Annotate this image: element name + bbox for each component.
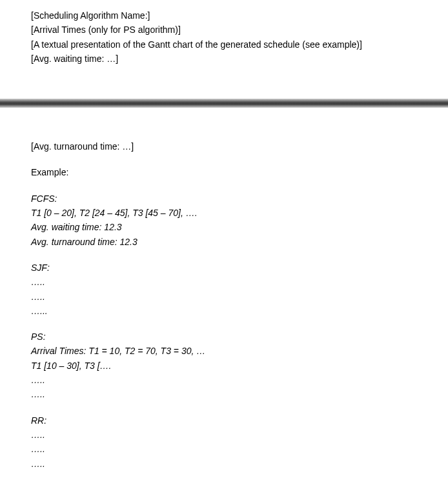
page-top-section: [Scheduling Algorithm Name:] [Arrival Ti… (0, 0, 448, 99)
fcfs-avg-turnaround: Avg. turnaround time: 12.3 (31, 235, 417, 248)
example-label: Example: (31, 166, 417, 179)
rr-title: RR: (31, 414, 417, 427)
ps-placeholder: ….. (31, 373, 417, 386)
rr-placeholder: ….. (31, 428, 417, 441)
sjf-title: SJF: (31, 261, 417, 274)
ps-title: PS: (31, 330, 417, 343)
rr-placeholder: ….. (31, 457, 417, 470)
ps-placeholder: ….. (31, 388, 417, 401)
template-line-gantt-chart: [A textual presentation of the Gantt cha… (31, 38, 417, 51)
fcfs-title: FCFS: (31, 192, 417, 205)
template-line-algorithm-name: [Scheduling Algorithm Name:] (31, 9, 417, 22)
template-line-arrival-times: [Arrival Times (only for PS algorithm)] (31, 23, 417, 36)
template-line-avg-waiting: [Avg. waiting time: …] (31, 52, 417, 65)
ps-arrival-times: Arrival Times: T1 = 10, T2 = 70, T3 = 30… (31, 344, 417, 357)
sjf-placeholder: ….. (31, 275, 417, 288)
page-separator (0, 99, 448, 108)
sjf-placeholder: …... (31, 304, 417, 317)
page-bottom-section: [Avg. turnaround time: …] Example: FCFS:… (0, 108, 448, 485)
template-line-avg-turnaround: [Avg. turnaround time: …] (31, 140, 417, 153)
fcfs-avg-waiting: Avg. waiting time: 12.3 (31, 221, 417, 233)
ps-gantt-line: T1 [10 – 30], T3 […. (31, 359, 417, 372)
fcfs-gantt-line: T1 [0 – 20], T2 [24 – 45], T3 [45 – 70],… (31, 206, 417, 219)
rr-placeholder: ….. (31, 442, 417, 455)
sjf-placeholder: ….. (31, 290, 417, 303)
